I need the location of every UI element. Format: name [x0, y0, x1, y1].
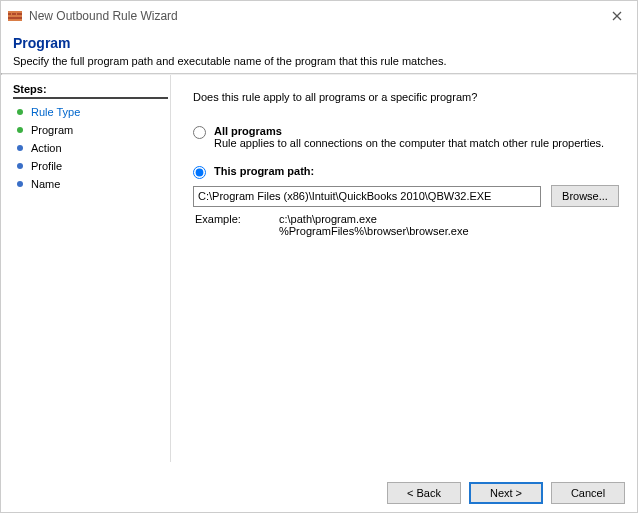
svg-rect-2	[8, 15, 22, 17]
page-title: Program	[13, 35, 625, 51]
step-name[interactable]: Name	[13, 175, 162, 193]
next-button[interactable]: Next >	[469, 482, 543, 504]
example-row: Example: c:\path\program.exe %ProgramFil…	[193, 213, 619, 237]
content-panel: Does this rule apply to all programs or …	[171, 75, 637, 462]
step-program[interactable]: Program	[13, 121, 162, 139]
step-bullet-icon	[17, 163, 23, 169]
svg-rect-1	[8, 11, 22, 13]
wizard-buttons: < Back Next > Cancel	[387, 482, 625, 504]
step-bullet-icon	[17, 109, 23, 115]
option-all-title: All programs	[214, 125, 619, 137]
step-profile[interactable]: Profile	[13, 157, 162, 175]
step-label: Profile	[31, 160, 62, 172]
cancel-button[interactable]: Cancel	[551, 482, 625, 504]
example-lines: c:\path\program.exe %ProgramFiles%\brows…	[279, 213, 469, 237]
radio-program-path[interactable]	[193, 166, 206, 179]
firewall-icon	[7, 8, 23, 24]
step-label: Action	[31, 142, 62, 154]
close-button[interactable]	[597, 1, 637, 31]
steps-panel: Steps: Rule Type Program Action Profile …	[1, 75, 171, 462]
option-all-desc: Rule applies to all connections on the c…	[214, 137, 619, 149]
steps-label: Steps:	[13, 83, 168, 99]
page-subtitle: Specify the full program path and execut…	[13, 55, 625, 67]
option-path-title: This program path:	[214, 165, 619, 177]
radio-all-programs[interactable]	[193, 126, 206, 139]
step-label: Program	[31, 124, 73, 136]
program-path-input[interactable]	[193, 186, 541, 207]
svg-rect-4	[11, 13, 12, 15]
step-bullet-icon	[17, 127, 23, 133]
option-program-path: This program path: Browse... Example: c:…	[193, 165, 619, 237]
window-title: New Outbound Rule Wizard	[29, 9, 178, 23]
example-label: Example:	[193, 213, 279, 237]
wizard-header: Program Specify the full program path an…	[1, 31, 637, 73]
svg-rect-5	[16, 13, 17, 15]
step-rule-type[interactable]: Rule Type	[13, 103, 162, 121]
svg-rect-3	[8, 19, 22, 21]
option-all-programs: All programs Rule applies to all connect…	[193, 125, 619, 149]
steps-list: Rule Type Program Action Profile Name	[13, 103, 162, 193]
step-bullet-icon	[17, 145, 23, 151]
step-label: Name	[31, 178, 60, 190]
titlebar: New Outbound Rule Wizard	[1, 1, 637, 31]
step-label: Rule Type	[31, 106, 80, 118]
step-action[interactable]: Action	[13, 139, 162, 157]
back-button[interactable]: < Back	[387, 482, 461, 504]
browse-button[interactable]: Browse...	[551, 185, 619, 207]
step-bullet-icon	[17, 181, 23, 187]
question-text: Does this rule apply to all programs or …	[193, 91, 619, 103]
